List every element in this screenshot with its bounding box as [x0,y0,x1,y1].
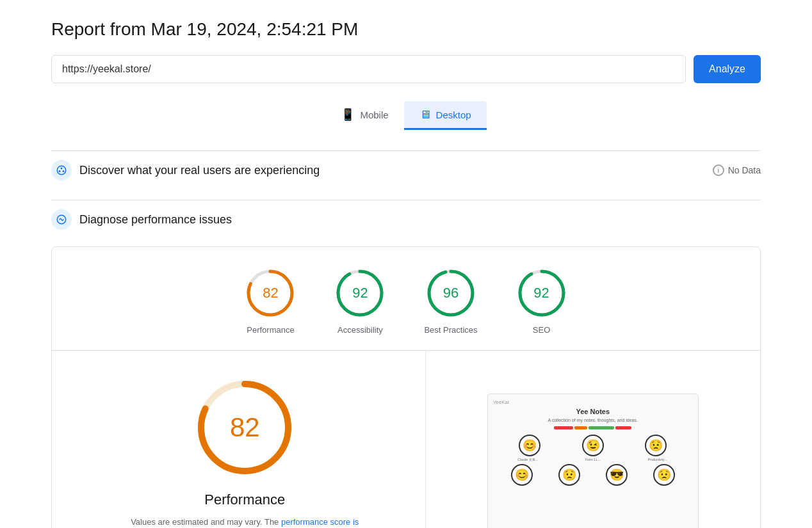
score-item-seo[interactable]: 92 SEO [516,268,567,335]
screenshot-label-3: Productivity… [647,458,669,461]
screenshot-emoji-3: 😟 [645,435,667,456]
discover-icon [51,160,72,180]
score-label-best-practices: Best Practices [424,325,477,335]
detail-right: YeeKal Yee Notes A collection of my note… [426,351,761,528]
screenshot-bar-red [554,426,573,429]
detail-left: 82 Performance Values are estimated and … [52,351,426,528]
score-item-best-practices[interactable]: 96 Best Practices [424,268,477,335]
screenshot-bar-red2 [615,426,631,429]
big-score-circle: 82 [193,376,296,479]
discover-section-header: Discover what your real users are experi… [51,150,761,189]
discover-section-title: Discover what your real users are experi… [79,164,705,177]
score-circle-seo: 92 [516,268,567,319]
screenshot-label-1: Claude 文章… [517,458,539,461]
no-data-label: No Data [728,165,761,175]
screenshot-emoji-1: 😊 [519,435,540,456]
screenshot-emoji-7: 😟 [653,464,675,486]
score-circle-accessibility: 92 [334,268,386,319]
svg-point-1 [61,168,63,170]
svg-point-0 [57,166,66,175]
no-data-icon: i [713,164,724,176]
screenshot-emojis-row1: 😊 😉 😟 [493,435,693,456]
score-label-accessibility: Accessibility [337,325,383,335]
score-label-seo: SEO [533,325,550,335]
scores-card: 82 Performance 92 Accessibility [51,246,761,528]
svg-point-3 [63,170,65,172]
screenshot-title: Yee Notes [493,408,693,415]
diagnose-section-header: Diagnose performance issues [51,200,761,239]
screenshot-bar-green [589,426,614,429]
screenshot-bar-orange [574,426,587,429]
screenshot-emoji-6: 😎 [606,464,628,486]
diagnose-section-title: Diagnose performance issues [79,213,761,227]
no-data-badge: i No Data [713,164,761,176]
tab-mobile-label: Mobile [360,109,388,120]
score-number-seo: 92 [533,285,549,301]
screenshot-emoji-2: 😉 [582,435,604,456]
screenshot-bar-row [493,426,693,429]
svg-point-2 [59,170,61,172]
screenshot-box: YeeKal Yee Notes A collection of my note… [487,394,699,528]
big-score-number: 82 [230,412,260,443]
desktop-icon: 🖥 [419,108,431,122]
url-input[interactable] [51,55,686,83]
analyze-button[interactable]: Analyze [694,55,761,83]
screenshot-emoji-4: 😊 [511,464,533,486]
screenshot-label-row1: Claude 文章… Form 11… Productivity… [493,458,693,461]
score-item-accessibility[interactable]: 92 Accessibility [334,268,386,335]
score-number-accessibility: 92 [352,285,368,301]
detail-perf-title: Performance [204,492,285,508]
tabs-row: 📱 Mobile 🖥 Desktop [51,101,761,130]
tab-desktop-label: Desktop [436,109,471,120]
score-number-performance: 82 [263,285,278,301]
diagnose-icon [51,209,72,230]
screenshot-emoji-5: 😟 [558,464,580,486]
report-title: Report from Mar 19, 2024, 2:54:21 PM [51,19,761,40]
score-item-performance[interactable]: 82 Performance [245,268,296,335]
detail-desc: Values are estimated and may vary. The p… [129,516,360,528]
screenshot-topbar: YeeKal [493,399,693,405]
score-label-performance: Performance [247,325,294,335]
tab-mobile[interactable]: 📱 Mobile [325,101,403,130]
score-circle-best-practices: 96 [425,268,476,319]
screenshot-label-2: Form 11… [582,458,604,461]
mobile-icon: 📱 [341,108,355,122]
score-circle-performance: 82 [245,268,296,319]
scores-row: 82 Performance 92 Accessibility [52,247,760,350]
url-bar-row: Analyze [51,55,761,83]
detail-section: 82 Performance Values are estimated and … [52,351,760,528]
screenshot-emojis-row2: 😊 😟 😎 😟 [493,464,693,486]
tab-desktop[interactable]: 🖥 Desktop [404,101,487,130]
screenshot-inner: YeeKal Yee Notes A collection of my note… [488,394,698,528]
screenshot-subtitle: A collection of my notes, thoughts, and … [493,418,693,422]
score-number-best-practices: 96 [443,285,459,301]
